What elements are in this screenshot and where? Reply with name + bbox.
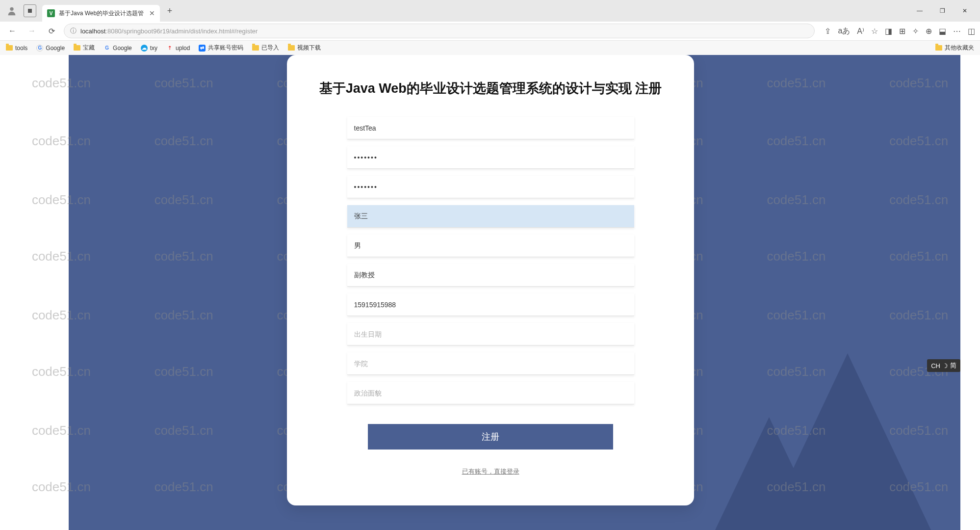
folder-icon — [74, 45, 80, 51]
window-controls: — ❐ ✕ — [908, 3, 976, 19]
google-icon: G — [36, 45, 43, 52]
forward-button: → — [25, 24, 39, 38]
profile-avatar[interactable] — [4, 3, 20, 19]
birthday-input[interactable] — [347, 323, 634, 345]
folder-icon — [935, 45, 942, 51]
register-button[interactable]: 注册 — [368, 424, 613, 450]
browser-chrome: V 基于Java Web的毕业设计选题管 ✕ + — ❐ ✕ ← → ⟳ ⓘ l… — [0, 0, 980, 40]
password-input[interactable] — [347, 146, 634, 169]
close-window-button[interactable]: ✕ — [954, 3, 976, 19]
tab-strip: V 基于Java Web的毕业设计选题管 ✕ + — ❐ ✕ — [0, 0, 980, 22]
url-path: :8080/springboot96r19/admin/dist/index.h… — [105, 27, 258, 35]
bookmark-uplod[interactable]: ⇡uplod — [166, 45, 190, 52]
browser-tab[interactable]: V 基于Java Web的毕业设计选题管 ✕ — [42, 5, 160, 22]
bookmark-google[interactable]: GGoogle — [36, 45, 65, 52]
folder-icon — [288, 45, 295, 51]
bookmark-google2[interactable]: GGoogle — [103, 45, 132, 52]
read-aloud-icon[interactable]: A⁾ — [857, 26, 864, 36]
page-content: code51.cncode51.cncode51.cncode51.cncode… — [0, 55, 980, 530]
college-input[interactable] — [347, 352, 634, 375]
svg-point-0 — [10, 7, 13, 11]
politics-input[interactable] — [347, 382, 634, 404]
minimize-button[interactable]: — — [908, 3, 931, 19]
collections-icon[interactable]: ⊞ — [899, 26, 905, 36]
phone-input[interactable] — [347, 293, 634, 316]
bookmark-shared[interactable]: ⇄共享账号密码 — [199, 44, 243, 52]
tab-favicon: V — [47, 9, 55, 17]
share-icon: ⇄ — [199, 45, 206, 52]
folder-icon — [252, 45, 259, 51]
bookmark-txy[interactable]: ☁txy — [141, 45, 157, 52]
extensions-icon[interactable]: ⊕ — [926, 26, 932, 36]
voice-search-icon[interactable]: ⇪ — [825, 26, 831, 36]
gender-input[interactable] — [347, 235, 634, 257]
bookmarks-bar: tools GGoogle 宝藏 GGoogle ☁txy ⇡uplod ⇄共享… — [0, 40, 980, 55]
bookmark-tools[interactable]: tools — [6, 45, 27, 52]
register-form: 注册 已有账号，直接登录 — [316, 117, 665, 476]
bookmark-imported[interactable]: 已导入 — [252, 44, 279, 52]
upload-icon: ⇡ — [166, 45, 173, 52]
tab-title: 基于Java Web的毕业设计选题管 — [59, 9, 145, 18]
url-input[interactable]: ⓘ localhost:8080/springboot96r19/admin/d… — [64, 24, 815, 38]
workspaces-icon[interactable] — [24, 4, 36, 17]
google-icon: G — [103, 45, 110, 52]
split-screen-icon[interactable]: ◨ — [885, 26, 892, 36]
address-bar: ← → ⟳ ⓘ localhost:8080/springboot96r19/a… — [0, 22, 980, 40]
register-title: 基于Java Web的毕业设计选题管理系统的设计与实现 注册 — [316, 80, 665, 97]
maximize-button[interactable]: ❐ — [931, 3, 954, 19]
url-host: localhost — [80, 27, 105, 35]
login-link[interactable]: 已有账号，直接登录 — [462, 467, 519, 476]
register-card: 基于Java Web的毕业设计选题管理系统的设计与实现 注册 注册 已有账号，直… — [287, 55, 694, 505]
ime-indicator[interactable]: CH ☽ 简 — [927, 359, 960, 372]
address-bar-actions: ⇪ aあ A⁾ ☆ ◨ ⊞ ✧ ⊕ ⬓ ⋯ ◫ — [825, 26, 975, 36]
jobtitle-input[interactable] — [347, 264, 634, 287]
confirm-password-input[interactable] — [347, 176, 634, 198]
text-size-icon[interactable]: aあ — [838, 26, 850, 36]
folder-icon — [6, 45, 13, 51]
tab-close-icon[interactable]: ✕ — [149, 9, 155, 17]
username-input[interactable] — [347, 117, 634, 139]
favorite-icon[interactable]: ☆ — [871, 26, 878, 36]
site-info-icon[interactable]: ⓘ — [70, 26, 77, 35]
refresh-button[interactable]: ⟳ — [44, 24, 59, 38]
cloud-icon: ☁ — [141, 45, 148, 52]
name-input[interactable] — [347, 205, 634, 228]
sidebar-icon[interactable]: ◫ — [968, 26, 975, 36]
more-icon[interactable]: ⋯ — [953, 26, 961, 36]
new-tab-button[interactable]: + — [163, 4, 177, 18]
moon-icon: ☽ — [942, 362, 948, 370]
downloads-icon[interactable]: ⬓ — [939, 26, 946, 36]
bookmark-other[interactable]: 其他收藏夹 — [935, 44, 974, 52]
user-icon — [6, 5, 17, 16]
bookmark-baozang[interactable]: 宝藏 — [74, 44, 95, 52]
bookmark-video[interactable]: 视频下载 — [288, 44, 321, 52]
favorites-list-icon[interactable]: ✧ — [912, 26, 919, 36]
back-button[interactable]: ← — [5, 24, 20, 38]
